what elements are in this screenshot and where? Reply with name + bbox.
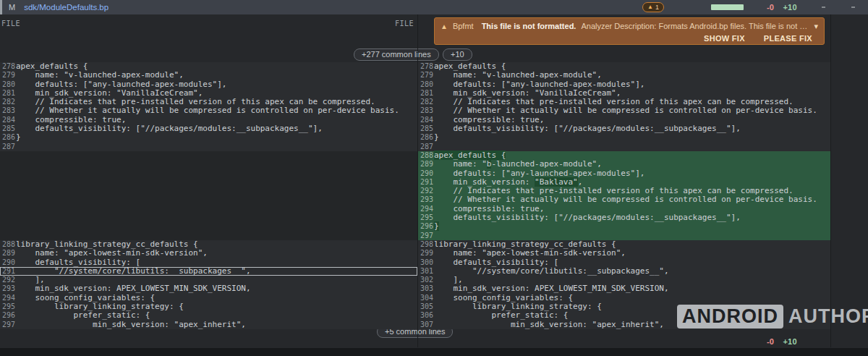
- code-line[interactable]: 295 defaults_visibility: ["//packages/mo…: [418, 213, 830, 222]
- code-text: name: "b-launched-apex-module",: [434, 160, 602, 169]
- line-number[interactable]: 292: [418, 187, 434, 195]
- line-number[interactable]: 278: [418, 62, 434, 71]
- warning-count-chip[interactable]: ▲ 1: [642, 2, 664, 12]
- line-number[interactable]: 286: [0, 133, 16, 142]
- banner-title: This file is not formatted.: [482, 22, 576, 30]
- line-number[interactable]: 293: [0, 284, 16, 293]
- please-fix-button[interactable]: PLEASE FIX: [762, 33, 814, 43]
- chevron-down-icon[interactable]: ▾: [814, 22, 818, 31]
- code-line-selected[interactable]: 291 "//system/core/libutils:__subpackage…: [0, 267, 417, 276]
- right-pane-code-block-top: 278apex_defaults {279 name: "v-launched-…: [418, 62, 830, 151]
- line-number[interactable]: 290: [418, 169, 434, 178]
- line-number[interactable]: 294: [418, 205, 434, 213]
- bottom-bar: [0, 348, 868, 356]
- intraline-diff-highlight: b: [487, 159, 492, 169]
- line-number[interactable]: 293: [418, 195, 434, 204]
- line-number[interactable]: 302: [418, 276, 434, 284]
- code-text: defaults_visibility: ["//packages/module…: [434, 213, 741, 222]
- line-number[interactable]: 305: [418, 302, 434, 311]
- code-line[interactable]: 293 min_sdk_version: APEX_LOWEST_MIN_SDK…: [0, 284, 417, 293]
- line-number[interactable]: 285: [418, 124, 434, 133]
- line-number[interactable]: 295: [0, 302, 16, 311]
- progress-bar: [711, 4, 744, 10]
- code-line[interactable]: 301 "//system/core/libutils:__subpackage…: [418, 267, 830, 276]
- code-line[interactable]: 296}: [418, 222, 830, 231]
- code-line[interactable]: 279 name: "v-launched-apex-module",: [418, 71, 830, 80]
- expand-common-lines-top-button[interactable]: +277 common lines: [354, 48, 439, 61]
- line-number[interactable]: 290: [0, 258, 16, 267]
- line-number[interactable]: 288: [0, 240, 16, 249]
- code-text: }: [434, 133, 439, 142]
- line-number[interactable]: 300: [418, 258, 434, 267]
- code-text: name: "v-launched-apex-module",: [16, 71, 184, 80]
- code-line[interactable]: 299 name: "apex-lowest-min-sdk-version",: [418, 249, 830, 258]
- line-number[interactable]: 298: [418, 240, 434, 249]
- line-number[interactable]: 289: [0, 249, 16, 258]
- code-line[interactable]: 296 prefer_static: {: [0, 311, 417, 320]
- scrollbar-thumb[interactable]: [822, 7, 825, 8]
- line-number[interactable]: 278: [0, 62, 16, 71]
- code-line[interactable]: 286}: [418, 133, 830, 142]
- line-number[interactable]: 282: [0, 98, 16, 106]
- code-text: "//system/core/libutils:__subpackages__"…: [16, 267, 251, 276]
- line-number[interactable]: 284: [418, 116, 434, 124]
- line-number[interactable]: 294: [0, 294, 16, 302]
- expand-plus10-button[interactable]: +10: [443, 48, 472, 61]
- modified-status-badge: M: [9, 3, 15, 12]
- warning-count: 1: [655, 4, 659, 11]
- line-number[interactable]: 280: [0, 80, 16, 89]
- code-line[interactable]: 287: [0, 143, 417, 151]
- line-number[interactable]: 283: [0, 106, 16, 115]
- code-line[interactable]: 285 defaults_visibility: ["//packages/mo…: [418, 124, 830, 133]
- code-line[interactable]: 303 min_sdk_version: APEX_LOWEST_MIN_SDK…: [418, 284, 830, 293]
- file-label-left: FILE: [1, 20, 20, 27]
- line-number[interactable]: 297: [418, 232, 434, 240]
- added-count: +10: [783, 3, 796, 12]
- line-number[interactable]: 281: [0, 89, 16, 98]
- code-line[interactable]: 286}: [0, 133, 417, 142]
- code-line[interactable]: 285 defaults_visibility: ["//packages/mo…: [0, 124, 417, 133]
- line-number[interactable]: 279: [0, 71, 16, 80]
- line-number[interactable]: 279: [418, 71, 434, 80]
- line-number[interactable]: 280: [418, 80, 434, 89]
- line-number[interactable]: 288: [418, 151, 434, 160]
- line-number[interactable]: 295: [418, 213, 434, 222]
- code-line[interactable]: 289 name: "apex-lowest-min-sdk-version",: [0, 249, 417, 258]
- line-number[interactable]: 297: [0, 321, 16, 329]
- line-number[interactable]: 307: [418, 321, 434, 329]
- diff-counts-footer: -0 +10: [767, 337, 797, 346]
- code-text: // Whether it actually will be compresse…: [16, 106, 399, 115]
- line-number[interactable]: 303: [418, 284, 434, 293]
- line-number[interactable]: 283: [418, 106, 434, 115]
- show-fix-button[interactable]: SHOW FIX: [702, 33, 746, 43]
- overflow-menu-icon[interactable]: [851, 7, 855, 8]
- line-number[interactable]: 304: [418, 294, 434, 302]
- line-number[interactable]: 286: [418, 133, 434, 142]
- line-number[interactable]: 287: [418, 143, 434, 151]
- code-line[interactable]: 297 min_sdk_version: "apex_inherit",: [0, 321, 417, 329]
- code-line[interactable]: 283 // Whether it actually will be compr…: [418, 106, 830, 115]
- code-text: defaults_visibility: ["//packages/module…: [16, 124, 323, 133]
- file-path-link[interactable]: sdk/ModuleDefaults.bp: [24, 3, 109, 12]
- code-line[interactable]: 289 name: "b-launched-apex-module",: [418, 160, 830, 169]
- line-number[interactable]: 289: [418, 160, 434, 169]
- code-line[interactable]: 293 // Whether it actually will be compr…: [418, 195, 830, 204]
- line-number[interactable]: 301: [418, 267, 434, 276]
- line-number[interactable]: 285: [0, 124, 16, 133]
- line-number[interactable]: 284: [0, 116, 16, 124]
- line-number[interactable]: 287: [0, 143, 16, 151]
- warning-icon: ▲: [647, 4, 653, 10]
- code-text: "//system/core/libutils:__subpackages__"…: [434, 267, 669, 276]
- removed-count: -0: [767, 3, 774, 12]
- line-number[interactable]: 282: [418, 98, 434, 106]
- line-number[interactable]: 306: [418, 311, 434, 320]
- code-line[interactable]: 279 name: "v-launched-apex-module",: [0, 71, 417, 80]
- line-number[interactable]: 296: [418, 222, 434, 231]
- line-number[interactable]: 281: [418, 89, 434, 98]
- line-number[interactable]: 299: [418, 249, 434, 258]
- line-number[interactable]: 291: [418, 178, 434, 187]
- line-number[interactable]: 292: [0, 276, 16, 284]
- line-number[interactable]: 291: [0, 267, 16, 276]
- line-number[interactable]: 296: [0, 311, 16, 320]
- code-line[interactable]: 283 // Whether it actually will be compr…: [0, 106, 417, 115]
